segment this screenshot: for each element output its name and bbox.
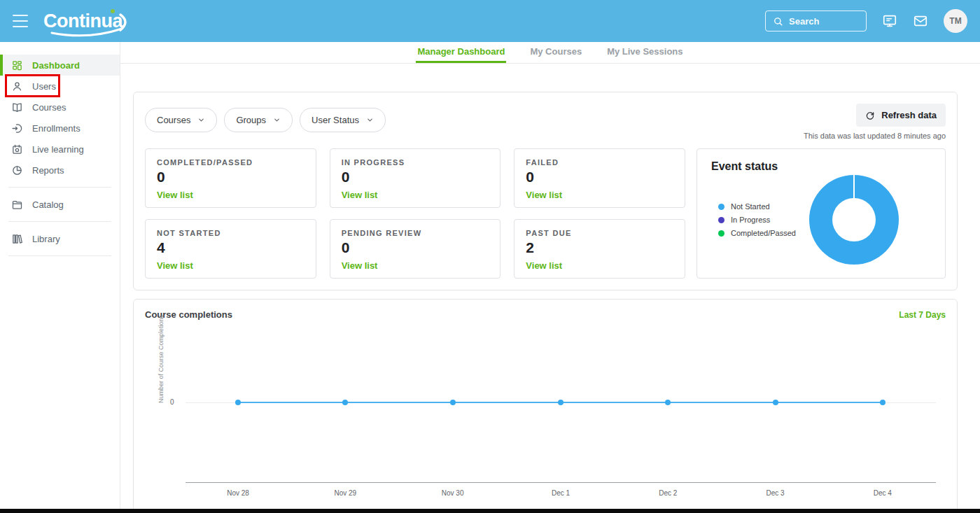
- view-list-link[interactable]: View list: [526, 260, 673, 271]
- live-session-calendar-icon: [11, 143, 23, 155]
- tab-my-live-sessions[interactable]: My Live Sessions: [606, 46, 684, 63]
- view-list-link[interactable]: View list: [526, 190, 673, 200]
- y-axis-label: Number of Course Completions: [158, 315, 164, 403]
- hamburger-menu-icon[interactable]: [13, 15, 28, 27]
- sidebar-item-reports[interactable]: Reports: [0, 160, 120, 181]
- data-point[interactable]: [665, 400, 671, 405]
- top-navigation-bar: Continua TM: [0, 0, 980, 42]
- chevron-down-icon: [197, 116, 205, 124]
- event-status-card: Event status Not Started In Progress: [696, 148, 946, 279]
- view-list-link[interactable]: View list: [157, 190, 304, 200]
- announcements-monitor-icon[interactable]: [882, 13, 897, 29]
- data-point[interactable]: [558, 400, 564, 405]
- data-point[interactable]: [880, 400, 886, 405]
- enroll-arrow-circle-icon: [11, 122, 23, 134]
- stat-card-failed: FAILED 0 View list: [514, 148, 685, 208]
- sidebar-label: Users: [32, 81, 56, 92]
- data-point[interactable]: [450, 400, 456, 405]
- stat-card-completed-passed: COMPLETED/PASSED 0 View list: [145, 148, 316, 208]
- sidebar-item-catalog[interactable]: Catalog: [0, 194, 120, 215]
- x-axis-tick: Nov 30: [442, 489, 464, 497]
- y-axis-tick: 0: [170, 398, 174, 406]
- user-icon: [11, 80, 23, 92]
- x-axis-line: [186, 482, 936, 483]
- stat-card-in-progress: IN PROGRESS 0 View list: [330, 148, 501, 208]
- sidebar-label: Courses: [32, 102, 66, 113]
- data-point[interactable]: [235, 400, 241, 405]
- sidebar-label: Dashboard: [32, 60, 80, 71]
- sidebar-divider: [8, 221, 111, 222]
- stat-label: IN PROGRESS: [342, 158, 489, 167]
- folder-icon: [11, 199, 23, 211]
- stat-value: 0: [342, 169, 489, 185]
- search-input[interactable]: [789, 16, 859, 27]
- tab-my-courses[interactable]: My Courses: [528, 46, 583, 63]
- legend-dot-purple: [718, 217, 724, 223]
- legend-item-not-started: Not Started: [718, 202, 796, 211]
- stat-label: PAST DUE: [526, 229, 673, 237]
- search-box[interactable]: [765, 10, 867, 31]
- legend-label: Completed/Passed: [731, 229, 796, 237]
- stat-value: 0: [157, 169, 304, 185]
- sidebar-item-courses[interactable]: Courses: [0, 97, 120, 118]
- legend-item-in-progress: In Progress: [718, 216, 796, 224]
- course-completions-line-chart: Number of Course Completions 0 Nov 28 No…: [145, 325, 946, 507]
- sidebar-item-enrollments[interactable]: Enrollments: [0, 118, 120, 139]
- refresh-button-label: Refresh data: [881, 110, 937, 120]
- data-point[interactable]: [342, 400, 348, 405]
- event-status-donut-chart: [809, 175, 899, 265]
- stat-card-pending-review: PENDING REVIEW 0 View list: [330, 219, 501, 279]
- avatar-initials: TM: [949, 16, 961, 26]
- pie-chart-icon: [11, 164, 23, 176]
- chevron-down-icon: [273, 116, 281, 124]
- filter-courses-dropdown[interactable]: Courses: [145, 108, 217, 132]
- dashboard-summary-panel: Courses Groups User Status Refresh: [133, 92, 958, 290]
- open-book-icon: [11, 101, 23, 113]
- library-books-icon: [11, 233, 23, 245]
- legend-dot-green: [718, 230, 724, 237]
- sidebar-item-users[interactable]: Users: [0, 76, 120, 97]
- event-status-title: Event status: [711, 160, 931, 173]
- sidebar-item-dashboard[interactable]: Dashboard: [0, 55, 120, 76]
- stat-value: 2: [526, 239, 673, 256]
- stat-card-not-started: NOT STARTED 4 View list: [145, 219, 316, 279]
- stat-value: 4: [157, 239, 304, 256]
- event-status-legend: Not Started In Progress Completed/Passed: [718, 202, 796, 237]
- tab-manager-dashboard[interactable]: Manager Dashboard: [416, 46, 506, 63]
- sidebar-item-library[interactable]: Library: [0, 228, 120, 249]
- filter-groups-dropdown[interactable]: Groups: [224, 108, 293, 132]
- main-content: Manager Dashboard My Courses My Live Ses…: [120, 42, 980, 513]
- sidebar-divider: [8, 187, 111, 188]
- sidebar-divider: [8, 255, 111, 256]
- legend-item-completed-passed: Completed/Passed: [718, 229, 796, 237]
- stat-cards-grid: COMPLETED/PASSED 0 View list IN PROGRESS…: [145, 148, 685, 279]
- dashboard-tabbar: Manager Dashboard My Courses My Live Ses…: [120, 42, 980, 64]
- filter-user-status-dropdown[interactable]: User Status: [300, 108, 386, 132]
- dashboard-grid-icon: [11, 59, 23, 71]
- course-completions-panel: Course completions Last 7 Days Number of…: [133, 299, 958, 513]
- x-axis-tick: Nov 28: [227, 489, 249, 497]
- stat-value: 0: [342, 239, 489, 256]
- sidebar-label: Catalog: [32, 199, 64, 210]
- sidebar-item-live-learning[interactable]: Live learning: [0, 139, 120, 160]
- refresh-data-button[interactable]: Refresh data: [856, 104, 946, 127]
- stat-card-past-due: PAST DUE 2 View list: [514, 219, 685, 279]
- view-list-link[interactable]: View list: [157, 260, 304, 271]
- sidebar-label: Live learning: [32, 144, 84, 155]
- filter-label: Courses: [157, 115, 190, 125]
- user-avatar[interactable]: TM: [944, 9, 967, 33]
- bottom-black-bar: [0, 509, 980, 513]
- filter-label: Groups: [236, 115, 266, 125]
- x-axis-tick: Dec 1: [552, 489, 570, 497]
- legend-label: In Progress: [731, 216, 770, 224]
- messages-envelope-icon[interactable]: [913, 13, 928, 29]
- stat-label: PENDING REVIEW: [342, 229, 489, 237]
- plot-area: Nov 28 Nov 29 Nov 30 Dec 1 Dec 2 Dec 3 D…: [186, 325, 936, 507]
- view-list-link[interactable]: View list: [342, 190, 489, 200]
- data-point[interactable]: [773, 400, 778, 405]
- x-axis-tick: Nov 29: [334, 489, 356, 497]
- view-list-link[interactable]: View list: [342, 260, 489, 271]
- x-axis-tick: Dec 4: [874, 489, 892, 497]
- legend-label: Not Started: [731, 202, 770, 211]
- app-logo[interactable]: Continua: [43, 12, 132, 31]
